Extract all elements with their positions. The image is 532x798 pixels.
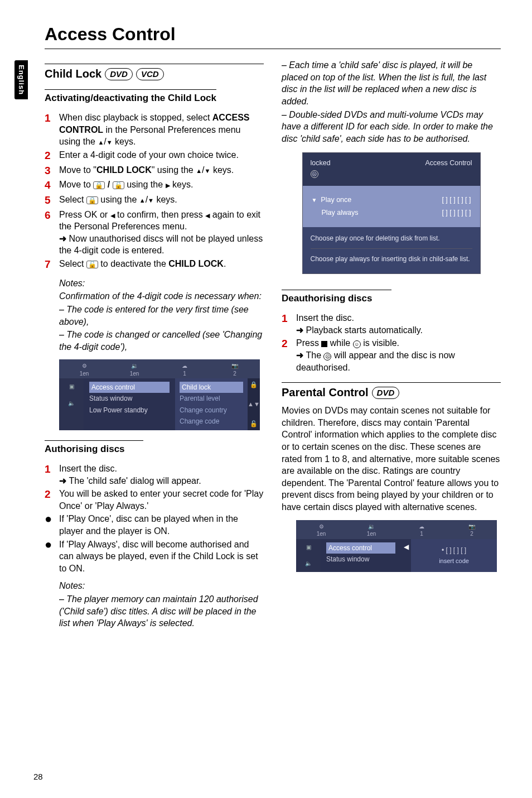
text: keys. <box>170 180 194 189</box>
text: using the <box>124 180 166 189</box>
parental-control-heading: Parental Control DVD <box>282 382 501 400</box>
osd-tab: 📷2 <box>447 522 497 539</box>
osd-tab: ☁1 <box>159 361 210 378</box>
page-title: Access Control <box>45 22 501 49</box>
step-5: Select 🔒 using the / keys. <box>59 194 177 208</box>
deauth-step-1: Insert the disc. Playback starts automat… <box>296 312 423 336</box>
step-number: 4 <box>45 179 54 193</box>
play-once-label: Play once <box>321 196 351 204</box>
left-arrow-icon: ◀ <box>401 539 411 572</box>
note-line: – Each time a 'child safe' disc is playe… <box>282 59 501 107</box>
step-1: When disc playback is stopped, select AC… <box>59 112 264 148</box>
text: " using the <box>152 165 196 175</box>
auth-step-2: You will be asked to enter your secret c… <box>59 488 264 512</box>
unsafe-face-icon: ☹ <box>323 353 331 360</box>
text: . <box>224 259 226 268</box>
osd-tab: ⚙1en <box>296 522 346 539</box>
osd-item: Child lock <box>180 382 243 393</box>
result-line: The 'child safe' dialog will appear. <box>59 475 201 487</box>
text: Move to <box>59 180 93 189</box>
tab-label: 1en <box>130 371 139 377</box>
step-4: Move to 🔒 / 🔓 using the keys. <box>59 179 193 193</box>
tab-label: 1en <box>80 371 89 377</box>
notes-block: Notes: Confirmation of the 4-digit code … <box>59 277 264 353</box>
deauth-step-2: Press while ☺ is visible. The ☹ will app… <box>296 337 501 373</box>
text: keys. <box>113 137 136 146</box>
osd-item: Low Power standby <box>89 405 170 416</box>
osd-item: Change country <box>180 405 243 416</box>
step-number: 3 <box>45 164 54 178</box>
lock-open-icon: 🔓 <box>113 181 124 189</box>
osd-item: Access control <box>89 382 170 393</box>
text: to confirm, then press <box>115 210 206 219</box>
tab-label: 1 <box>420 531 423 537</box>
text: is visible. <box>361 338 399 348</box>
bullet-icon: ● <box>45 513 54 537</box>
text: using the <box>98 195 139 204</box>
left-icon <box>110 210 115 219</box>
down-icon <box>107 137 113 146</box>
code-boxes: [ ] [ ] [ ] [ ] <box>442 195 471 205</box>
authorising-heading: Authorising discs <box>45 440 143 456</box>
step-number: 6 <box>45 209 54 257</box>
text: CHILD LOCK <box>168 259 224 268</box>
osd-tab: ⚙1en <box>59 361 109 378</box>
text: keys. <box>154 195 177 204</box>
down-icon <box>205 165 211 175</box>
heading-text: Parental Control <box>282 385 369 400</box>
play-always-label: Play always <box>312 208 359 218</box>
osd-tab: 📷2 <box>210 361 260 378</box>
osd-left-icons: ▣🔈 <box>59 378 84 430</box>
osd-tab: ☁1 <box>396 522 447 539</box>
text: When disc playback is stopped, select <box>59 113 212 122</box>
language-tab: English <box>14 60 28 99</box>
osd-tab: 🔉1en <box>346 522 396 539</box>
lock-open-icon: 🔓 <box>86 261 98 268</box>
tab-label: 1 <box>183 371 186 377</box>
bullet-text: If 'Play Once', disc can be played when … <box>59 513 264 537</box>
osd-item: Parental level <box>180 393 243 404</box>
osd-item: Status window <box>326 554 395 565</box>
access-control-dialog: locked ☹ Access Control ▼ Play once [ ] … <box>302 152 481 274</box>
text: Press <box>296 338 321 348</box>
up-icon <box>139 195 146 204</box>
text: to deactivate the <box>98 259 168 268</box>
step-number: 2 <box>282 337 291 373</box>
text: keys. <box>210 165 234 175</box>
step-6: Press OK or to confirm, then press again… <box>59 209 264 257</box>
text: The <box>306 350 323 360</box>
bullet-icon: ● <box>45 539 54 575</box>
step-number: 2 <box>45 149 54 163</box>
result-line: The ☹ will appear and the disc is now de… <box>296 349 501 373</box>
note-line: – The player memory can maintain 120 aut… <box>59 593 264 629</box>
osd-item: Change code <box>180 416 243 427</box>
note-line: – The code is entered for the very first… <box>59 304 264 328</box>
dialog-title: Access Control <box>425 158 472 178</box>
notes-block: Notes: – The player memory can maintain … <box>59 580 264 629</box>
step-number: 1 <box>45 112 54 148</box>
up-icon <box>196 165 202 175</box>
safe-face-icon: ☺ <box>353 340 361 348</box>
result-line: Playback starts automatically. <box>296 324 423 336</box>
step-number: 5 <box>45 194 54 208</box>
dialog-hint: Choose play always for inserting disk in… <box>311 253 472 265</box>
osd-side-icons: 🔒▲▼🔓 <box>248 378 260 430</box>
continued-notes: – Each time a 'child safe' disc is playe… <box>282 59 501 145</box>
notes-label: Notes: <box>59 277 264 290</box>
note-line: Confirmation of the 4-digit code is nece… <box>59 290 264 302</box>
osd-screenshot-2: ⚙1en 🔉1en ☁1 📷2 ▣🔈 Access control Status… <box>296 520 497 572</box>
text: Press OK or <box>59 210 110 219</box>
right-icon <box>166 180 170 189</box>
step-2: Enter a 4-digit code of your own choice … <box>59 149 239 163</box>
osd-left-icons: ▣🔈 <box>296 539 321 572</box>
activating-heading: Activating/deactivating the Child Lock <box>45 89 216 105</box>
step-number: 7 <box>45 258 54 272</box>
child-lock-text: Child Lock <box>45 66 101 81</box>
left-column: Child Lock DVD VCD Activating/deactivati… <box>45 59 264 631</box>
text: Insert the disc. <box>296 312 423 324</box>
step-number: 2 <box>45 488 54 512</box>
dvd-pill: DVD <box>105 68 133 80</box>
code-boxes: [ ] [ ] [ ] [ ] <box>442 208 471 218</box>
child-lock-heading: Child Lock DVD VCD <box>45 64 264 81</box>
text: CHILD LOCK <box>96 165 152 175</box>
